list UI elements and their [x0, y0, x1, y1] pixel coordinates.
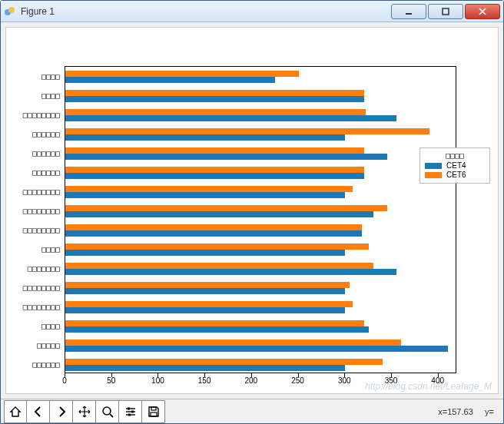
bar-cet6 — [65, 263, 373, 269]
y-tick-label: □□□□ — [41, 91, 60, 99]
bar-cet4 — [65, 250, 345, 256]
back-button[interactable] — [27, 400, 50, 423]
y-tick-label: □□□□□□□□ — [23, 206, 60, 214]
bar-cet4 — [65, 307, 345, 313]
bar-cet6 — [65, 71, 299, 77]
bar-cet6 — [65, 167, 364, 173]
forward-button[interactable] — [50, 400, 73, 423]
bar-cet4 — [65, 77, 275, 83]
y-tick-label: □□□□ — [41, 244, 60, 253]
y-tick-label: □□□□□□□□ — [23, 283, 60, 291]
bar-cet4 — [65, 326, 369, 333]
configure-button[interactable] — [119, 400, 142, 423]
app-icon — [4, 5, 16, 18]
bar-cet4 — [65, 192, 345, 198]
bar-cet4 — [65, 288, 345, 294]
bar-cet6 — [65, 205, 387, 211]
y-tick-label: □□□□□□□□ — [23, 302, 60, 310]
plot-axes — [65, 66, 456, 373]
svg-rect-15 — [151, 412, 157, 416]
bar-cet6 — [65, 243, 369, 250]
figure-canvas[interactable]: □□□□□□□□□□□□□□□□□□□□□□□□□□□□□□□□□□□□□□□□… — [5, 27, 499, 394]
svg-point-1 — [8, 7, 15, 13]
svg-rect-13 — [128, 413, 131, 416]
legend-swatch-cet6 — [425, 172, 442, 178]
bar-cet6 — [65, 282, 350, 288]
bar-cet6 — [65, 359, 383, 365]
svg-rect-2 — [406, 13, 412, 15]
bar-cet6 — [65, 128, 429, 134]
x-tick-label: 150 — [198, 376, 211, 385]
x-tick-label: 50 — [107, 376, 115, 385]
bar-cet6 — [65, 301, 353, 307]
y-tick-label: □□□□ — [41, 321, 60, 330]
x-tick-mark — [158, 373, 158, 377]
maximize-button[interactable] — [428, 4, 463, 19]
y-tick-labels: □□□□□□□□□□□□□□□□□□□□□□□□□□□□□□□□□□□□□□□□… — [6, 66, 63, 373]
legend-swatch-cet4 — [425, 163, 442, 169]
bar-cet4 — [65, 211, 373, 217]
y-tick-label: □□□□□ — [37, 340, 60, 349]
close-button[interactable] — [465, 4, 500, 19]
bar-cet4 — [65, 134, 345, 141]
x-tick-label: 350 — [385, 376, 398, 385]
svg-rect-3 — [443, 8, 449, 15]
x-tick-mark — [298, 373, 299, 377]
legend-title: □□□□ — [425, 151, 485, 160]
legend-item-cet4: CET4 — [425, 161, 485, 170]
x-tick-mark — [391, 373, 392, 377]
titlebar[interactable]: Figure 1 — [1, 1, 503, 22]
bar-cet4 — [65, 173, 364, 179]
y-tick-label: □□□□ — [41, 71, 60, 80]
cursor-coords: x=157.63 y= — [438, 407, 500, 416]
x-tick-label: 200 — [245, 376, 258, 385]
bar-cet4 — [65, 365, 345, 371]
bar-cet6 — [65, 320, 364, 326]
y-tick-label: □□□□□□□□ — [23, 225, 60, 234]
x-tick-mark — [65, 373, 65, 377]
save-button[interactable] — [142, 400, 165, 423]
bar-cet4 — [65, 346, 448, 352]
zoom-button[interactable] — [96, 400, 119, 423]
bar-cet4 — [65, 96, 364, 102]
x-tick-label: 250 — [291, 376, 304, 385]
x-tick-mark — [204, 373, 205, 377]
svg-rect-11 — [128, 407, 130, 409]
window-buttons — [390, 4, 500, 19]
y-tick-label: □□□□□□□ — [28, 263, 60, 272]
y-tick-label: □□□□□□ — [32, 129, 60, 137]
legend-label-cet6: CET6 — [446, 171, 466, 179]
bar-cet6 — [65, 186, 353, 192]
x-tick-label: 300 — [338, 376, 351, 385]
legend-item-cet6: CET6 — [425, 171, 485, 179]
bar-cet6 — [65, 109, 366, 115]
bar-cet6 — [65, 224, 362, 230]
minimize-button[interactable] — [391, 4, 426, 19]
bar-cet4 — [65, 154, 387, 160]
pan-button[interactable] — [73, 400, 96, 423]
legend-label-cet4: CET4 — [446, 161, 466, 170]
bar-cet6 — [65, 147, 364, 154]
bar-cet6 — [65, 90, 364, 96]
y-tick-label: □□□□□□ — [32, 148, 60, 157]
home-button[interactable] — [4, 400, 27, 423]
x-tick-label: 400 — [431, 376, 444, 385]
x-tick-mark — [251, 373, 252, 377]
bar-cet4 — [65, 230, 362, 237]
y-tick-label: □□□□□□□□ — [23, 187, 60, 195]
legend: □□□□ CET4 CET6 — [419, 147, 490, 184]
x-tick-mark — [111, 373, 112, 377]
svg-point-6 — [103, 407, 111, 415]
y-tick-label: □□□□□□ — [32, 167, 60, 176]
bar-cet6 — [65, 340, 401, 346]
x-tick-mark — [438, 373, 439, 377]
x-tick-labels: 050100150200250300350400 — [65, 375, 456, 387]
app-window: Figure 1 □□□□□□□□□□□□□□□□□□□□□□□□□□□□□□□… — [0, 0, 504, 424]
x-tick-label: 100 — [151, 376, 164, 385]
svg-line-7 — [110, 414, 113, 417]
bar-cet4 — [65, 115, 396, 121]
y-tick-label: □□□□□□□□ — [23, 110, 60, 118]
svg-rect-14 — [151, 407, 156, 410]
bar-cet4 — [65, 269, 396, 275]
y-tick-label: □□□□□□ — [32, 359, 60, 368]
